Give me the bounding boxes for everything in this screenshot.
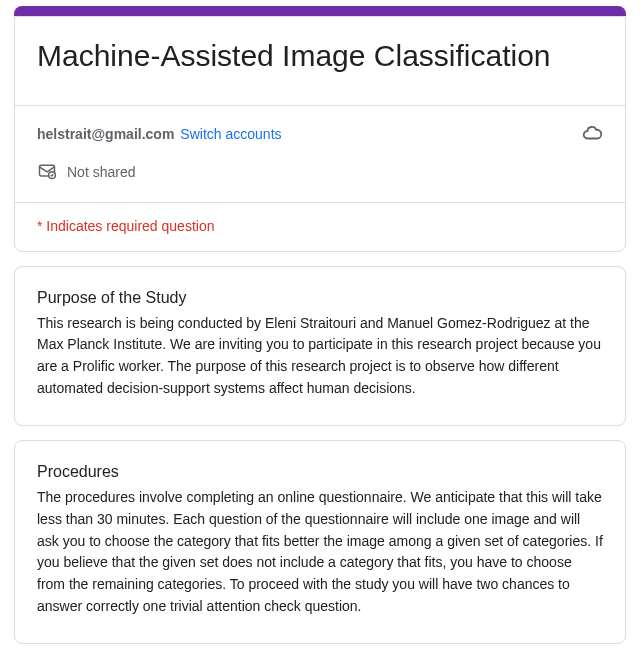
- account-email: helstrait@gmail.com: [37, 126, 174, 142]
- purpose-body: This research is being conducted by Elen…: [37, 313, 603, 400]
- purpose-card: Purpose of the Study This research is be…: [14, 266, 626, 427]
- procedures-title: Procedures: [37, 463, 603, 481]
- account-row: helstrait@gmail.com Switch accounts: [15, 106, 625, 153]
- not-shared-row: Not shared: [15, 153, 625, 202]
- mail-not-shared-icon: [37, 161, 57, 184]
- account-left: helstrait@gmail.com Switch accounts: [37, 126, 282, 142]
- not-shared-label: Not shared: [67, 164, 135, 180]
- procedures-card: Procedures The procedures involve comple…: [14, 440, 626, 644]
- header-card: Machine-Assisted Image Classification he…: [14, 16, 626, 252]
- cloud-save-icon: [581, 122, 603, 147]
- form-accent-band: [14, 6, 626, 16]
- procedures-body: The procedures involve completing an onl…: [37, 487, 603, 617]
- switch-accounts-link[interactable]: Switch accounts: [180, 126, 281, 142]
- required-note: * Indicates required question: [37, 218, 214, 234]
- form-title: Machine-Assisted Image Classification: [37, 37, 603, 75]
- purpose-title: Purpose of the Study: [37, 289, 603, 307]
